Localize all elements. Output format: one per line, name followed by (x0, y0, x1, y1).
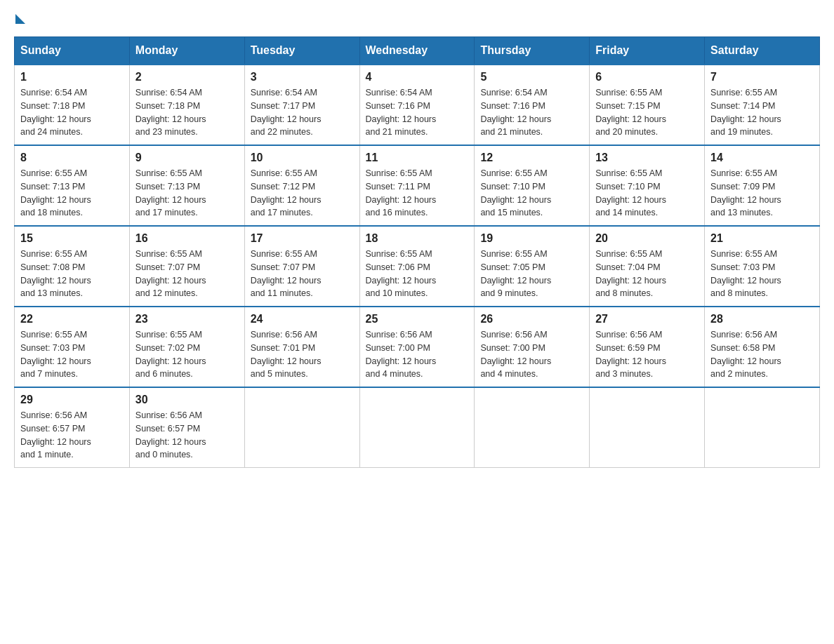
day-number: 11 (366, 152, 469, 164)
day-number: 25 (366, 313, 469, 326)
day-info: Sunrise: 6:55 AM Sunset: 7:06 PM Dayligh… (366, 248, 469, 300)
day-info: Sunrise: 6:55 AM Sunset: 7:03 PM Dayligh… (710, 248, 814, 300)
calendar-cell: 4Sunrise: 6:54 AM Sunset: 7:16 PM Daylig… (359, 65, 475, 145)
calendar-cell: 17Sunrise: 6:55 AM Sunset: 7:07 PM Dayli… (244, 226, 359, 307)
day-number: 26 (480, 313, 583, 326)
day-number: 14 (710, 152, 814, 164)
day-number: 23 (135, 313, 239, 326)
day-number: 2 (135, 71, 239, 83)
week-row-4: 22Sunrise: 6:55 AM Sunset: 7:03 PM Dayli… (15, 307, 820, 387)
column-header-saturday: Saturday (705, 37, 820, 65)
day-number: 30 (135, 394, 239, 406)
calendar-cell: 23Sunrise: 6:55 AM Sunset: 7:02 PM Dayli… (129, 307, 244, 387)
day-info: Sunrise: 6:54 AM Sunset: 7:17 PM Dayligh… (251, 86, 354, 139)
day-info: Sunrise: 6:55 AM Sunset: 7:15 PM Dayligh… (595, 86, 699, 139)
calendar-cell: 22Sunrise: 6:55 AM Sunset: 7:03 PM Dayli… (15, 307, 130, 387)
calendar-cell: 1Sunrise: 6:54 AM Sunset: 7:18 PM Daylig… (15, 65, 130, 145)
day-number: 4 (366, 71, 469, 83)
day-number: 9 (135, 152, 239, 164)
day-info: Sunrise: 6:54 AM Sunset: 7:16 PM Dayligh… (366, 86, 469, 139)
calendar-cell: 30Sunrise: 6:56 AM Sunset: 6:57 PM Dayli… (129, 387, 244, 468)
day-info: Sunrise: 6:56 AM Sunset: 6:59 PM Dayligh… (595, 328, 699, 381)
calendar-cell: 12Sunrise: 6:55 AM Sunset: 7:10 PM Dayli… (475, 145, 590, 226)
day-number: 27 (595, 313, 699, 326)
day-info: Sunrise: 6:55 AM Sunset: 7:04 PM Dayligh… (595, 248, 699, 300)
column-header-thursday: Thursday (475, 37, 590, 65)
calendar-cell: 16Sunrise: 6:55 AM Sunset: 7:07 PM Dayli… (129, 226, 244, 307)
calendar-cell: 14Sunrise: 6:55 AM Sunset: 7:09 PM Dayli… (705, 145, 820, 226)
logo (14, 14, 25, 22)
day-info: Sunrise: 6:55 AM Sunset: 7:03 PM Dayligh… (20, 328, 124, 381)
day-info: Sunrise: 6:55 AM Sunset: 7:05 PM Dayligh… (480, 248, 583, 300)
day-info: Sunrise: 6:55 AM Sunset: 7:08 PM Dayligh… (20, 248, 124, 300)
day-number: 16 (135, 232, 239, 245)
day-number: 18 (366, 232, 469, 245)
calendar-cell: 15Sunrise: 6:55 AM Sunset: 7:08 PM Dayli… (15, 226, 130, 307)
column-header-sunday: Sunday (15, 37, 130, 65)
calendar-cell: 9Sunrise: 6:55 AM Sunset: 7:13 PM Daylig… (129, 145, 244, 226)
day-info: Sunrise: 6:55 AM Sunset: 7:11 PM Dayligh… (366, 167, 469, 220)
day-number: 7 (710, 71, 814, 83)
calendar-cell: 26Sunrise: 6:56 AM Sunset: 7:00 PM Dayli… (475, 307, 590, 387)
day-info: Sunrise: 6:55 AM Sunset: 7:07 PM Dayligh… (251, 248, 354, 300)
calendar-cell: 25Sunrise: 6:56 AM Sunset: 7:00 PM Dayli… (359, 307, 475, 387)
calendar-cell: 11Sunrise: 6:55 AM Sunset: 7:11 PM Dayli… (359, 145, 475, 226)
day-number: 15 (20, 232, 124, 245)
week-row-1: 1Sunrise: 6:54 AM Sunset: 7:18 PM Daylig… (15, 65, 820, 145)
calendar-cell (705, 387, 820, 468)
day-number: 5 (480, 71, 583, 83)
day-number: 3 (251, 71, 354, 83)
day-number: 10 (251, 152, 354, 164)
day-info: Sunrise: 6:56 AM Sunset: 7:00 PM Dayligh… (480, 328, 583, 381)
day-info: Sunrise: 6:55 AM Sunset: 7:13 PM Dayligh… (20, 167, 124, 220)
calendar-cell: 7Sunrise: 6:55 AM Sunset: 7:14 PM Daylig… (705, 65, 820, 145)
day-number: 20 (595, 232, 699, 245)
column-header-friday: Friday (590, 37, 705, 65)
day-number: 21 (710, 232, 814, 245)
calendar-cell: 5Sunrise: 6:54 AM Sunset: 7:16 PM Daylig… (475, 65, 590, 145)
day-info: Sunrise: 6:54 AM Sunset: 7:18 PM Dayligh… (135, 86, 239, 139)
day-info: Sunrise: 6:56 AM Sunset: 7:01 PM Dayligh… (251, 328, 354, 381)
day-number: 22 (20, 313, 124, 326)
day-number: 6 (595, 71, 699, 83)
day-info: Sunrise: 6:55 AM Sunset: 7:02 PM Dayligh… (135, 328, 239, 381)
calendar-cell: 21Sunrise: 6:55 AM Sunset: 7:03 PM Dayli… (705, 226, 820, 307)
calendar-cell (244, 387, 359, 468)
week-row-5: 29Sunrise: 6:56 AM Sunset: 6:57 PM Dayli… (15, 387, 820, 468)
day-info: Sunrise: 6:56 AM Sunset: 6:57 PM Dayligh… (20, 409, 124, 462)
day-info: Sunrise: 6:55 AM Sunset: 7:09 PM Dayligh… (710, 167, 814, 220)
day-info: Sunrise: 6:55 AM Sunset: 7:14 PM Dayligh… (710, 86, 814, 139)
calendar-table: SundayMondayTuesdayWednesdayThursdayFrid… (14, 36, 820, 468)
day-info: Sunrise: 6:55 AM Sunset: 7:07 PM Dayligh… (135, 248, 239, 300)
calendar-cell: 29Sunrise: 6:56 AM Sunset: 6:57 PM Dayli… (15, 387, 130, 468)
day-number: 8 (20, 152, 124, 164)
calendar-cell: 10Sunrise: 6:55 AM Sunset: 7:12 PM Dayli… (244, 145, 359, 226)
calendar-cell (475, 387, 590, 468)
column-header-tuesday: Tuesday (244, 37, 359, 65)
day-number: 13 (595, 152, 699, 164)
calendar-cell: 8Sunrise: 6:55 AM Sunset: 7:13 PM Daylig… (15, 145, 130, 226)
calendar-cell: 6Sunrise: 6:55 AM Sunset: 7:15 PM Daylig… (590, 65, 705, 145)
day-info: Sunrise: 6:56 AM Sunset: 7:00 PM Dayligh… (366, 328, 469, 381)
calendar-cell: 18Sunrise: 6:55 AM Sunset: 7:06 PM Dayli… (359, 226, 475, 307)
calendar-header-row: SundayMondayTuesdayWednesdayThursdayFrid… (15, 37, 820, 65)
day-info: Sunrise: 6:55 AM Sunset: 7:10 PM Dayligh… (595, 167, 699, 220)
day-info: Sunrise: 6:56 AM Sunset: 6:58 PM Dayligh… (710, 328, 814, 381)
day-info: Sunrise: 6:55 AM Sunset: 7:12 PM Dayligh… (251, 167, 354, 220)
calendar-cell (359, 387, 475, 468)
calendar-cell: 13Sunrise: 6:55 AM Sunset: 7:10 PM Dayli… (590, 145, 705, 226)
day-number: 29 (20, 394, 124, 406)
day-number: 24 (251, 313, 354, 326)
logo-arrow-icon (15, 14, 25, 24)
page-header (14, 14, 820, 22)
day-info: Sunrise: 6:55 AM Sunset: 7:10 PM Dayligh… (480, 167, 583, 220)
day-number: 1 (20, 71, 124, 83)
column-header-wednesday: Wednesday (359, 37, 475, 65)
week-row-3: 15Sunrise: 6:55 AM Sunset: 7:08 PM Dayli… (15, 226, 820, 307)
calendar-cell: 2Sunrise: 6:54 AM Sunset: 7:18 PM Daylig… (129, 65, 244, 145)
calendar-cell (590, 387, 705, 468)
day-number: 19 (480, 232, 583, 245)
day-info: Sunrise: 6:54 AM Sunset: 7:18 PM Dayligh… (20, 86, 124, 139)
day-info: Sunrise: 6:54 AM Sunset: 7:16 PM Dayligh… (480, 86, 583, 139)
calendar-cell: 3Sunrise: 6:54 AM Sunset: 7:17 PM Daylig… (244, 65, 359, 145)
